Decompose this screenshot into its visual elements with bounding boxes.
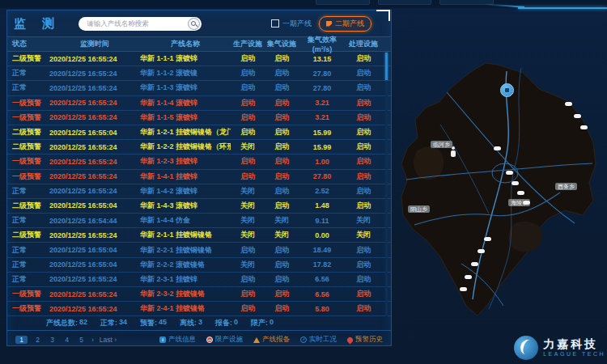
cell: 启动 xyxy=(265,274,299,285)
cell: 2020/12/25 16:55:24 xyxy=(49,55,140,63)
table-row[interactable]: 正常2020/12/25 16:55:24华新 1-1-2 滚镀镍启动启动27.… xyxy=(7,66,391,81)
legend-item[interactable]: 实时工况 xyxy=(300,335,337,345)
cell: 启动 xyxy=(265,303,299,314)
cell: 3.21 xyxy=(299,113,346,121)
cell: 启动 xyxy=(346,156,381,167)
legend-item[interactable]: 产线报备 xyxy=(253,335,290,345)
phase2-button[interactable]: 二期产线 xyxy=(319,16,371,32)
page-button[interactable]: 3 xyxy=(48,336,57,344)
cell: 关闭 xyxy=(346,215,381,226)
cell: 启动 xyxy=(346,171,381,182)
panel-header: 监 测 一期产线 二期产线 xyxy=(7,11,391,36)
map-facility-marker[interactable] xyxy=(523,201,530,205)
legend-label: 产线信息 xyxy=(168,335,196,345)
map-facility-marker[interactable] xyxy=(580,125,588,129)
cell: 华新 1-4-3 滚镀锌 xyxy=(140,201,231,211)
cell: 华新 1-4-4 仿金 xyxy=(140,215,231,226)
pagination: 12345›Last › xyxy=(15,336,117,344)
monitoring-panel: 监 测 一期产线 二期产线 状态监测时间产线名称生产设施集气设施集气效率(m³/… xyxy=(6,10,392,346)
table-row[interactable]: 二级预警2020/12/25 16:55:04华新 1-2-1 挂镀铜镍铬（龙门… xyxy=(7,125,391,140)
table-row[interactable]: 一级预警2020/12/25 16:55:24华新 2-4-1 挂镀镍铬启动启动… xyxy=(7,302,391,316)
table-row[interactable]: 正常2020/12/25 16:55:24华新 1-4-2 滚镀锌关闭启动2.5… xyxy=(7,184,391,199)
cell: 2020/12/25 16:55:04 xyxy=(49,246,140,254)
cell: 启动 xyxy=(346,53,381,64)
cell: 关闭 xyxy=(231,142,265,152)
legend-item[interactable]: 产线信息 xyxy=(159,335,196,345)
cell: 启动 xyxy=(231,245,265,256)
summary-label: 报备: xyxy=(215,318,232,328)
table-row[interactable]: 正常2020/12/25 16:55:24华新 2-3-1 挂镀锌启动启动6.5… xyxy=(7,273,391,287)
table-row[interactable]: 一级预警2020/12/25 16:55:24华新 1-1-5 滚镀锌启动启动3… xyxy=(7,111,391,125)
cell: 13.15 xyxy=(299,55,346,63)
cell: 正常 xyxy=(12,245,49,256)
legend-item[interactable]: 限产设施 xyxy=(206,335,243,345)
cell: 1.48 xyxy=(299,201,346,210)
summary-item: 限产:0 xyxy=(251,318,274,328)
table-row[interactable]: 正常2020/12/25 16:54:44华新 1-4-4 仿金关闭关闭9.11… xyxy=(7,214,391,228)
phase2-icon xyxy=(326,21,332,27)
page-button[interactable]: 5 xyxy=(77,336,86,344)
scrollbar-thumb[interactable] xyxy=(385,53,388,80)
last-page-button[interactable]: Last › xyxy=(100,336,117,344)
table-row[interactable]: 一级预警2020/12/25 16:55:24华新 1-4-1 挂镀锌启动启动2… xyxy=(7,170,391,184)
search-icon[interactable] xyxy=(188,18,200,30)
summary-value: 34 xyxy=(119,318,127,328)
table-row[interactable]: 一级预警2020/12/25 16:55:24华新 2-3-2 挂镀镍铬启动启动… xyxy=(7,287,391,302)
cell: 6.56 xyxy=(299,290,346,298)
alarm-icon xyxy=(346,336,354,344)
map-facility-marker[interactable] xyxy=(517,191,524,195)
logo-subtitle: LEAGUE TECH xyxy=(543,350,605,358)
table-row[interactable]: 正常2020/12/25 16:55:04华新 2-2-1 挂镀铜镍铬启动启动1… xyxy=(7,243,391,257)
cell: 关闭 xyxy=(265,230,299,240)
cell: 启动 xyxy=(231,303,265,314)
checkbox-icon[interactable] xyxy=(271,19,279,28)
next-page-button[interactable]: › xyxy=(91,336,94,344)
gauge-icon xyxy=(300,336,307,343)
cell: 启动 xyxy=(231,274,265,285)
scrollbar[interactable] xyxy=(385,53,388,316)
map-facility-marker[interactable] xyxy=(565,102,572,106)
map-facility-marker[interactable] xyxy=(465,275,472,279)
table-row[interactable]: 二级预警2020/12/25 16:55:04华新 1-4-3 滚镀锌关闭启动1… xyxy=(7,199,391,214)
cell: 华新 2-2-1 挂镀铜镍铬 xyxy=(140,245,231,256)
table-row[interactable]: 正常2020/12/25 16:55:24华新 1-1-3 滚镀锌启动启动27.… xyxy=(7,81,391,95)
map-facility-marker[interactable] xyxy=(574,114,581,118)
summary-label: 产线总数: xyxy=(46,318,78,328)
table-row[interactable]: 二级预警2020/12/25 16:55:24华新 1-1-1 滚镀锌启动启动1… xyxy=(7,52,391,66)
cell: 华新 2-1-1 挂镀铜镍铬 xyxy=(140,230,231,240)
legend-label: 产线报备 xyxy=(262,335,290,345)
cell: 2020/12/25 16:55:04 xyxy=(49,260,140,269)
table-row[interactable]: 二级预警2020/12/25 16:55:24华新 2-1-1 挂镀铜镍铬关闭关… xyxy=(7,228,391,243)
table-row[interactable]: 一级预警2020/12/25 16:55:24华新 1-2-3 挂镀锌启动启动1… xyxy=(7,154,391,169)
cell: 华新 1-4-2 滚镀锌 xyxy=(140,186,231,197)
table-row[interactable]: 二级预警2020/12/25 16:55:24华新 1-2-2 挂镀铜镍铬（环形… xyxy=(7,140,391,154)
map-facility-marker[interactable] xyxy=(471,262,478,266)
cell: 华新 1-1-4 滚镀锌 xyxy=(140,98,231,108)
legend-item[interactable]: 预警历史 xyxy=(347,335,383,345)
cell: 启动 xyxy=(265,245,299,256)
map-facility-marker[interactable] xyxy=(506,171,513,175)
table-row[interactable]: 正常2020/12/25 16:55:04华新 2-2-2 滚镀镍铬关闭启动17… xyxy=(7,258,391,273)
cell: 2020/12/25 16:55:24 xyxy=(49,231,140,239)
map-facility-marker[interactable] xyxy=(478,249,485,253)
page-button[interactable]: 1 xyxy=(15,336,28,344)
legend-label: 限产设施 xyxy=(215,335,243,345)
map-facility-marker[interactable] xyxy=(460,287,467,291)
map-facility-marker[interactable] xyxy=(494,146,501,150)
search-input[interactable] xyxy=(85,19,188,28)
cell: 一级预警 xyxy=(12,289,49,299)
map-facility-marker[interactable] xyxy=(511,181,519,185)
map-region-label[interactable]: 阳山乡 xyxy=(408,205,430,213)
map-poi-marker[interactable] xyxy=(500,83,514,97)
page-button[interactable]: 4 xyxy=(62,336,71,344)
phase1-toggle[interactable]: 一期产线 xyxy=(271,19,312,29)
cell: 华新 1-2-1 挂镀铜镍铬（龙门线） xyxy=(140,127,231,138)
page-button[interactable]: 2 xyxy=(33,336,42,344)
table-row[interactable]: 一级预警2020/12/25 16:55:24华新 1-1-4 滚镀锌启动启动3… xyxy=(7,96,391,111)
map-region-label[interactable]: 临河乡 xyxy=(431,141,452,148)
cell: 正常 xyxy=(12,186,49,197)
map-facility-marker[interactable] xyxy=(484,237,491,241)
map-region-label[interactable]: 西务乡 xyxy=(555,183,577,190)
bottom-toolbar: 12345›Last › 产线信息限产设施产线报备实时工况预警历史 xyxy=(7,330,391,349)
cell: 启动 xyxy=(265,260,299,270)
